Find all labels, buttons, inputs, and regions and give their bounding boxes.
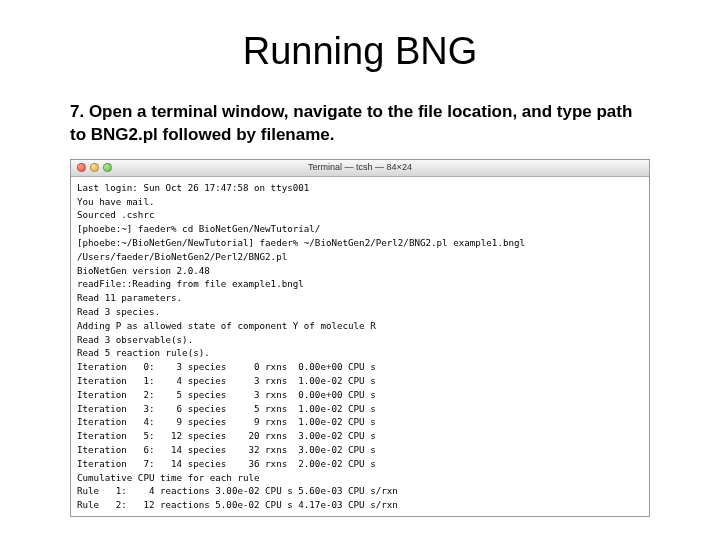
window-title: Terminal — tcsh — 84×24 <box>71 161 649 175</box>
maximize-icon[interactable] <box>103 163 112 172</box>
minimize-icon[interactable] <box>90 163 99 172</box>
instruction-text: 7. Open a terminal window, navigate to t… <box>70 101 650 147</box>
terminal-window: Terminal — tcsh — 84×24 Last login: Sun … <box>70 159 650 517</box>
slide: Running BNG 7. Open a terminal window, n… <box>0 0 720 540</box>
slide-title: Running BNG <box>0 30 720 73</box>
terminal-output: Last login: Sun Oct 26 17:47:58 on ttys0… <box>71 177 649 516</box>
window-buttons <box>77 163 112 172</box>
window-titlebar: Terminal — tcsh — 84×24 <box>71 160 649 177</box>
close-icon[interactable] <box>77 163 86 172</box>
